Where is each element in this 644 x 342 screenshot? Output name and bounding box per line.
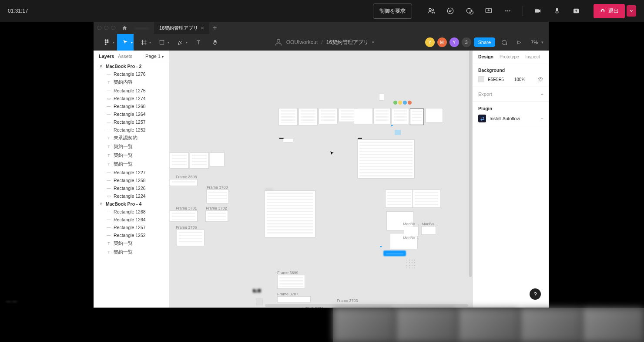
layer-row[interactable]: T契約内容 xyxy=(94,78,169,87)
svg-point-13 xyxy=(105,41,107,43)
layer-row[interactable]: T契約一覧 xyxy=(94,239,169,248)
chevron-down-icon[interactable]: ▾ xyxy=(149,41,151,44)
layer-row[interactable]: #MacBook Pro - 2 xyxy=(94,62,169,70)
layer-row[interactable]: ▭Rectangle 1224 xyxy=(94,192,169,200)
page-selector[interactable]: Page 1 ▾ xyxy=(145,54,164,59)
browser-tab-strip: ——— 16契約管理アプリ ✕ + xyxy=(94,22,549,34)
chevron-down-icon[interactable]: ▾ xyxy=(186,41,188,44)
scrollbar-vertical[interactable] xyxy=(469,51,472,277)
layer-row[interactable]: —Rectangle 1264 xyxy=(94,110,169,118)
color-swatch[interactable] xyxy=(478,76,484,82)
chevron-down-icon[interactable]: ▾ xyxy=(541,40,543,44)
reactions-icon[interactable] xyxy=(464,6,475,16)
layer-row[interactable]: —Rectangle 1258 xyxy=(94,176,169,184)
background-opacity[interactable]: 100% xyxy=(514,77,526,82)
upload-icon[interactable] xyxy=(571,6,581,16)
file-title[interactable]: OOUIworkout / 16契約管理アプリ ▾ xyxy=(274,38,374,47)
background-color-value[interactable]: E5E5E5 xyxy=(488,77,504,82)
layer-row[interactable]: —Rectangle 1257 xyxy=(94,118,169,126)
avatar-overflow[interactable]: 3 xyxy=(462,37,471,47)
participant-video[interactable] xyxy=(458,308,519,342)
svg-point-27 xyxy=(406,265,407,266)
svg-point-1 xyxy=(432,9,433,10)
layer-row[interactable]: T契約一覧 xyxy=(94,151,169,160)
chevron-down-icon[interactable]: ▾ xyxy=(372,40,374,44)
help-button[interactable]: ? xyxy=(530,288,541,300)
new-tab-button[interactable]: + xyxy=(209,24,220,32)
svg-rect-9 xyxy=(535,9,539,13)
zoom-level[interactable]: 7% xyxy=(531,40,538,45)
home-tab-icon[interactable] xyxy=(120,23,129,33)
present-icon[interactable] xyxy=(513,34,525,51)
layer-row[interactable]: #MacBook Pro - 4 xyxy=(94,200,169,208)
layer-row[interactable]: —Rectangle 1252 xyxy=(94,126,169,134)
svg-point-21 xyxy=(412,260,413,261)
minus-icon[interactable]: − xyxy=(541,116,543,121)
plugin-item[interactable]: Install Autoflow xyxy=(490,116,520,121)
meeting-timer: 01:31:17 xyxy=(8,8,28,14)
layer-row[interactable]: —Rectangle 1252 xyxy=(94,231,169,239)
layer-row[interactable]: T未承認契約 xyxy=(94,134,169,142)
svg-point-31 xyxy=(406,268,407,268)
participant-video[interactable] xyxy=(520,308,581,342)
request-control-button[interactable]: 制御を要求 xyxy=(373,3,412,19)
prototype-tab[interactable]: Prototype xyxy=(500,54,519,59)
layer-row[interactable]: —Rectangle 1227 xyxy=(94,169,169,176)
layer-row[interactable]: —Rectangle 1268 xyxy=(94,102,169,110)
layer-row[interactable]: T契約一覧 xyxy=(94,142,169,151)
svg-point-7 xyxy=(507,10,509,12)
layer-row[interactable]: T契約一覧 xyxy=(94,160,169,169)
svg-point-12 xyxy=(105,39,107,41)
more-icon[interactable] xyxy=(503,6,513,16)
assets-tab[interactable]: Assets xyxy=(118,54,132,59)
participant-video[interactable] xyxy=(396,308,457,342)
layer-row[interactable]: T契約一覧 xyxy=(94,248,169,257)
svg-point-30 xyxy=(414,265,415,266)
hand-tool-icon[interactable] xyxy=(207,34,223,51)
leave-chevron[interactable] xyxy=(627,5,636,17)
participant-video[interactable] xyxy=(333,308,395,342)
avatar[interactable]: M xyxy=(437,37,447,47)
layer-row[interactable]: —Rectangle 1275 xyxy=(94,87,169,95)
people-icon[interactable] xyxy=(426,6,436,16)
close-icon[interactable]: ✕ xyxy=(201,26,204,30)
share-button[interactable]: Share xyxy=(474,37,495,47)
layer-row[interactable]: —Rectangle 1268 xyxy=(94,208,169,216)
layer-row[interactable]: —Rectangle 1257 xyxy=(94,223,169,231)
avatar[interactable]: Y xyxy=(449,37,459,47)
inspect-tab[interactable]: Inspect xyxy=(525,54,540,59)
chat-icon[interactable] xyxy=(445,6,456,16)
layers-tab[interactable]: Layers xyxy=(99,54,114,59)
chevron-down-icon[interactable]: ▾ xyxy=(131,41,133,44)
design-tab[interactable]: Design xyxy=(478,54,493,59)
layers-list[interactable]: #MacBook Pro - 2—Rectangle 1276T契約内容—Rec… xyxy=(94,62,169,308)
video-strip xyxy=(333,308,644,342)
layer-row[interactable]: —Rectangle 1264 xyxy=(94,216,169,223)
participant-video[interactable] xyxy=(582,308,644,342)
tab-active[interactable]: 16契約管理アプリ ✕ xyxy=(154,22,209,34)
layer-row[interactable]: —Rectangle 1226 xyxy=(94,184,169,192)
scrollbar-horizontal[interactable] xyxy=(265,304,468,307)
eye-icon[interactable] xyxy=(537,76,543,82)
svg-point-32 xyxy=(409,268,410,268)
local-cursor xyxy=(329,151,335,156)
chevron-down-icon[interactable]: ▾ xyxy=(113,41,114,44)
layer-row[interactable]: —Rectangle 1276 xyxy=(94,70,169,78)
svg-rect-17 xyxy=(160,40,164,44)
layer-row[interactable]: ▭Rectangle 1274 xyxy=(94,95,169,102)
export-heading[interactable]: Export xyxy=(478,91,492,97)
mic-icon[interactable] xyxy=(552,6,562,16)
chevron-down-icon[interactable]: ▾ xyxy=(168,41,169,44)
leave-button[interactable]: 退出 xyxy=(594,4,625,18)
avatar[interactable]: Y xyxy=(425,37,435,47)
svg-point-22 xyxy=(414,260,415,261)
svg-point-29 xyxy=(412,265,413,266)
canvas[interactable]: Frame 3698 Frame 3700 Frame 3701 Frame 3… xyxy=(169,51,473,308)
text-tool-icon[interactable] xyxy=(190,34,207,51)
comments-icon[interactable] xyxy=(498,34,510,51)
share-screen-icon[interactable] xyxy=(483,6,494,16)
video-icon[interactable] xyxy=(533,6,543,16)
plus-icon[interactable]: + xyxy=(541,91,543,97)
svg-point-34 xyxy=(414,268,415,268)
tab-inactive[interactable]: ——— xyxy=(129,22,154,34)
